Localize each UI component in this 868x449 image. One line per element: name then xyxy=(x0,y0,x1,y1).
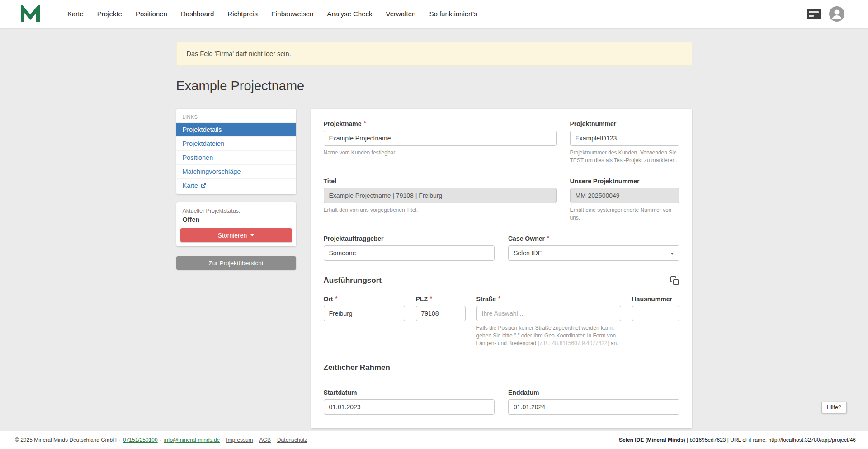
required-marker: * xyxy=(430,295,432,302)
sidebar-item-positionen[interactable]: Positionen xyxy=(176,150,296,164)
footer-impressum-link[interactable]: Impressum xyxy=(226,437,253,443)
sidebar-item-label: Projektdetails xyxy=(183,126,222,133)
top-navbar: Karte Projekte Positionen Dashboard Rich… xyxy=(0,0,868,28)
ort-input[interactable] xyxy=(324,306,405,321)
status-value: Offen xyxy=(180,216,292,223)
unsere-projektnummer-input xyxy=(570,188,679,203)
page-title: Example Projectname xyxy=(176,79,692,94)
footer-left: © 2025 Mineral Minds Deutschland GmbH · … xyxy=(15,437,307,443)
ausfuehrungsort-heading: Ausführungsort xyxy=(324,276,382,285)
projektname-input[interactable] xyxy=(324,131,557,146)
footer-copyright: © 2025 Mineral Minds Deutschland GmbH xyxy=(15,437,117,443)
footer-user: Selen IDE (Mineral Minds) xyxy=(619,437,685,443)
project-overview-button[interactable]: Zur Projektübersicht xyxy=(176,256,296,270)
caret-down-icon xyxy=(250,234,254,236)
nav-item-analyse-check[interactable]: Analyse Check xyxy=(320,6,379,22)
required-marker: * xyxy=(335,295,338,302)
projektnummer-input[interactable] xyxy=(570,131,679,146)
mineral-minds-logo-icon[interactable] xyxy=(20,5,41,23)
enddatum-input[interactable] xyxy=(508,399,679,415)
footer-separator: · xyxy=(255,437,257,443)
case-owner-label: Case Owner* xyxy=(508,235,679,242)
sidebar-item-karte[interactable]: Karte xyxy=(176,178,296,192)
footer-session-info: Selen IDE (Mineral Minds) | b91695ed7623… xyxy=(619,437,856,443)
nav-item-karte[interactable]: Karte xyxy=(61,6,90,22)
caret-down-icon xyxy=(670,253,674,255)
help-button[interactable]: Hilfe? xyxy=(821,402,847,413)
plz-label: PLZ* xyxy=(416,295,466,303)
startdatum-label: Startdatum xyxy=(324,389,495,396)
nav-item-dashboard[interactable]: Dashboard xyxy=(174,6,221,22)
required-marker: * xyxy=(547,234,549,242)
nav-item-einbauweisen[interactable]: Einbauweisen xyxy=(264,6,320,22)
footer-agb-link[interactable]: AGB xyxy=(259,437,271,443)
sidebar-item-matchingvorschlaege[interactable]: Matchingvorschläge xyxy=(176,164,296,178)
card-reader-icon[interactable] xyxy=(807,9,821,19)
strasse-helper: Falls die Position keiner Straße zugeord… xyxy=(476,324,621,348)
enddatum-label: Enddatum xyxy=(508,389,679,396)
titel-helper: Erhält den von uns vorgegebenen Titel. xyxy=(324,206,557,214)
main-container: Das Feld 'Firma' darf nicht leer sein. E… xyxy=(176,42,692,428)
projektauftraggeber-input[interactable] xyxy=(324,245,495,261)
plz-input[interactable] xyxy=(416,306,466,321)
section-divider xyxy=(324,378,679,378)
footer: © 2025 Mineral Minds Deutschland GmbH · … xyxy=(0,431,868,449)
nav-item-projekte[interactable]: Projekte xyxy=(90,6,129,22)
navbar-right xyxy=(807,6,844,22)
nav-links: Karte Projekte Positionen Dashboard Rich… xyxy=(61,6,807,22)
titel-label: Titel xyxy=(324,178,557,185)
zeitlicher-rahmen-heading: Zeitlicher Rahmen xyxy=(324,363,390,372)
left-sidebar: LINKS Projektdetails Projektdateien Posi… xyxy=(176,109,296,270)
hausnummer-input[interactable] xyxy=(632,306,679,321)
footer-phone-link[interactable]: 07151/250100 xyxy=(123,437,158,443)
sidebar-item-label: Karte xyxy=(183,182,198,189)
footer-separator: · xyxy=(119,437,121,443)
ort-label: Ort* xyxy=(324,295,405,303)
projektnummer-label: Projektnummer xyxy=(570,120,679,127)
nav-item-positionen[interactable]: Positionen xyxy=(129,6,174,22)
nav-item-richtpreis[interactable]: Richtpreis xyxy=(221,6,264,22)
hausnummer-label: Hausnummer xyxy=(632,295,679,303)
project-details-form: Projektname* Name vom Kunden festlegbar … xyxy=(311,109,692,428)
footer-separator: · xyxy=(160,437,162,443)
status-label: Aktueller Projektstatus: xyxy=(180,208,292,214)
status-card: Aktueller Projektstatus: Offen Storniere… xyxy=(176,202,296,246)
footer-email-link[interactable]: info@mineral-minds.de xyxy=(164,437,220,443)
links-header: LINKS xyxy=(176,109,296,122)
projektauftraggeber-label: Projektauftraggeber xyxy=(324,235,495,242)
sidebar-item-label: Matchingvorschläge xyxy=(183,168,241,175)
user-avatar-icon[interactable] xyxy=(829,6,844,22)
case-owner-value: Selen IDE xyxy=(514,249,542,257)
copy-icon[interactable] xyxy=(670,276,679,285)
title-divider xyxy=(176,101,692,101)
sidebar-item-label: Positionen xyxy=(183,154,213,161)
links-card: LINKS Projektdetails Projektdateien Posi… xyxy=(176,109,296,194)
required-marker: * xyxy=(364,120,366,127)
cancel-button-label: Stornieren xyxy=(218,232,247,239)
unsere-projektnummer-helper: Erhält eine systemgenerierte Nummer von … xyxy=(570,206,679,222)
footer-separator: · xyxy=(273,437,275,443)
strasse-input[interactable] xyxy=(476,306,621,321)
footer-datenschutz-link[interactable]: Datenschutz xyxy=(277,437,307,443)
unsere-projektnummer-label: Unsere Projektnummer xyxy=(570,178,679,185)
nav-item-so-funktionierts[interactable]: So funktioniert's xyxy=(422,6,484,22)
external-link-icon xyxy=(201,183,206,188)
strasse-label: Straße* xyxy=(476,295,621,303)
titel-input xyxy=(324,188,557,203)
nav-item-verwalten[interactable]: Verwalten xyxy=(379,6,423,22)
case-owner-select[interactable]: Selen IDE xyxy=(508,245,679,261)
footer-separator: · xyxy=(222,437,224,443)
projektnummer-helper: Projektnummer des Kunden. Verwenden Sie … xyxy=(570,149,679,165)
sidebar-item-projektdateien[interactable]: Projektdateien xyxy=(176,136,296,150)
footer-meta: | b91695ed7623 | URL of iFrame: http://l… xyxy=(687,437,856,443)
validation-alert: Das Feld 'Firma' darf nicht leer sein. xyxy=(176,42,692,66)
sidebar-item-projektdetails[interactable]: Projektdetails xyxy=(176,122,296,136)
projektname-helper: Name vom Kunden festlegbar xyxy=(324,149,557,157)
cancel-project-button[interactable]: Stornieren xyxy=(180,228,292,242)
required-marker: * xyxy=(498,295,500,302)
projektname-label: Projektname* xyxy=(324,120,557,127)
sidebar-item-label: Projektdateien xyxy=(183,140,225,147)
startdatum-input[interactable] xyxy=(324,399,495,415)
alert-text: Das Feld 'Firma' darf nicht leer sein. xyxy=(187,50,291,57)
